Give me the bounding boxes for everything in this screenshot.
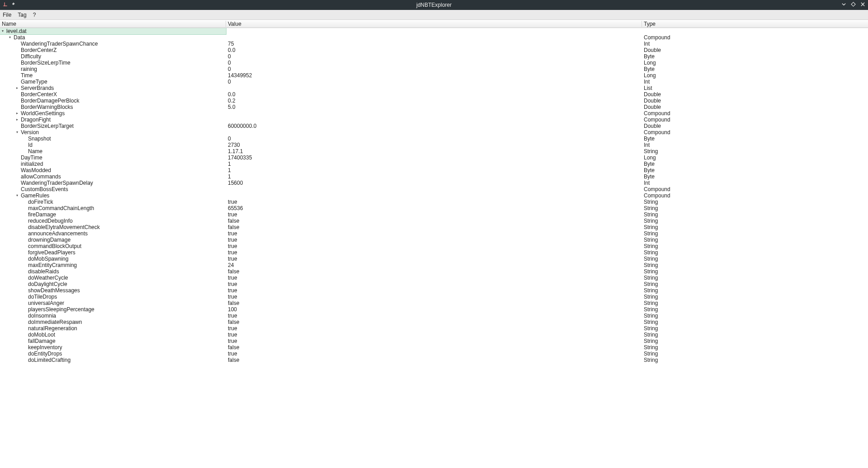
pin-icon[interactable] <box>10 2 15 8</box>
menu-tag[interactable]: Tag <box>18 12 26 18</box>
window-controls <box>841 2 865 8</box>
close-button[interactable] <box>860 2 865 8</box>
app-icon <box>3 2 8 8</box>
window-title: jdNBTExplorer <box>416 2 452 8</box>
column-header-value[interactable]: Value <box>226 21 642 27</box>
window-titlebar[interactable]: jdNBTExplorer <box>0 0 868 10</box>
column-header-row: Name Value Type <box>0 20 868 28</box>
menu-bar: File Tag ? <box>0 10 868 20</box>
column-header-type[interactable]: Type <box>642 21 868 27</box>
minimize-button[interactable] <box>841 2 846 8</box>
column-header-name[interactable]: Name <box>0 21 226 27</box>
maximize-button[interactable] <box>851 2 856 8</box>
titlebar-left-icons <box>3 2 15 8</box>
svg-rect-1 <box>3 5 7 6</box>
menu-file[interactable]: File <box>3 12 11 18</box>
menu-help[interactable]: ? <box>33 12 36 18</box>
